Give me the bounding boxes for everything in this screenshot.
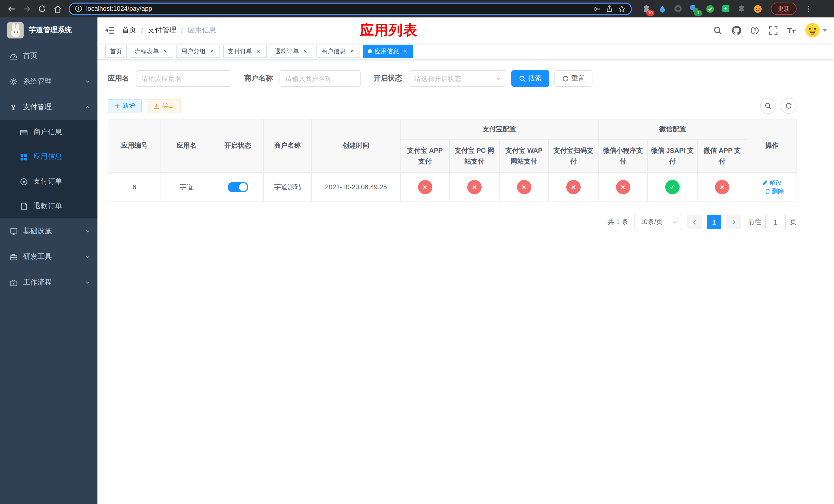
close-icon[interactable] [161,48,169,55]
table-toolbar: 新增 导出 [108,98,796,114]
jump-page-input[interactable] [765,214,786,230]
update-button[interactable]: 更新 [771,3,796,15]
add-button[interactable]: 新增 [108,99,141,113]
filter-form: 应用名 商户名称 开启状态 搜索 重置 [108,70,834,87]
app-name-input[interactable] [136,70,231,87]
close-icon[interactable] [208,48,215,55]
sidebar-item-refund-order[interactable]: 退款订单 [0,194,97,219]
reload-icon[interactable] [35,2,49,16]
extension-green-square-icon[interactable] [721,4,731,14]
sidebar-item-label: 首页 [23,51,38,61]
sidebar-item-merchant-info[interactable]: 商户信息 [0,120,97,144]
col-alipay-pc: 支付宝 PC 网站支付 [449,140,499,173]
reset-button[interactable]: 重置 [554,70,592,87]
edit-button[interactable]: 修改 [762,178,782,187]
close-icon[interactable] [302,48,309,55]
app-table: 应用编号 应用名 开启状态 商户名称 创建时间 支付宝配置 微信配置 操作 支付… [108,119,797,202]
back-icon[interactable] [4,2,19,16]
cell-app-id: 6 [108,173,161,201]
tab-user-group[interactable]: 用户分组 [176,45,220,58]
sidebar-item-infrastructure[interactable]: 基础设施 [0,219,97,244]
export-button[interactable]: 导出 [147,99,181,113]
sidebar-item-payment[interactable]: ¥ 支付管理 [0,94,97,120]
help-icon[interactable] [749,25,760,36]
tab-label: 首页 [110,47,122,55]
url-bar[interactable]: localhost:1024/pay/app [69,2,632,15]
alipay-wap-status-icon [517,180,531,194]
toggle-search-icon[interactable] [760,98,776,114]
site-info-icon[interactable] [75,5,82,12]
home-icon[interactable] [50,2,65,16]
app-logo-row[interactable]: 芋道管理系统 [0,18,97,43]
close-icon[interactable] [348,48,355,55]
extension-drop-icon[interactable] [657,4,667,14]
header-search-icon[interactable] [712,25,723,36]
tab-label: 支付订单 [228,47,253,55]
briefcase-icon [9,278,18,287]
bookmark-star-icon[interactable] [618,5,626,13]
next-page-button[interactable] [726,215,741,229]
browser-menu-icon[interactable]: ⋮ [802,2,816,16]
page-size-value[interactable] [635,214,682,230]
sidebar-item-dev-tools[interactable]: 研发工具 [0,244,97,270]
col-app-id: 应用编号 [108,119,161,173]
status-toggle[interactable] [227,182,248,192]
breadcrumb-payment[interactable]: 支付管理 [148,26,176,35]
page-title: 应用列表 [360,21,418,40]
sidebar-item-workflow[interactable]: 工作流程 [0,270,97,295]
password-key-icon[interactable] [593,5,601,13]
github-icon[interactable] [731,25,741,36]
col-created: 创建时间 [312,119,400,173]
tab-merchant-info[interactable]: 商户信息 [316,45,360,58]
refresh-icon[interactable] [781,98,796,114]
prev-page-button[interactable] [687,215,702,229]
delete-button[interactable]: 删除 [765,187,784,196]
app-name-label: 应用名 [108,74,129,83]
wechat-mini-status-icon [616,180,630,194]
merchant-name-input[interactable] [280,70,360,87]
close-icon[interactable] [402,48,409,55]
sidebar-item-label: 研发工具 [23,252,52,261]
navbar: 首页 / 支付管理 / 应用信息 应用列表 [97,18,834,43]
sidebar-item-label: 工作流程 [23,278,52,287]
forward-icon[interactable] [20,2,34,16]
sidebar-item-label: 支付订单 [33,177,62,186]
navbar-actions [712,23,834,38]
share-icon[interactable] [606,5,613,12]
search-button[interactable]: 搜索 [511,70,549,87]
breadcrumb-current: 应用信息 [188,26,216,35]
tab-refund-order[interactable]: 退款订单 [270,45,313,58]
tab-app-info[interactable]: 应用信息 [363,45,413,58]
sidebar-fold-icon[interactable] [97,18,122,43]
breadcrumb-home[interactable]: 首页 [122,26,136,35]
wechat-jsapi-status-icon [665,180,680,194]
tab-process-form[interactable]: 流程表单 [130,45,173,58]
sidebar-item-home[interactable]: 首页 [0,43,97,69]
extension-green-circle-icon[interactable] [705,4,715,14]
extension-translator-icon[interactable]: 1 [689,4,699,14]
status-select-input[interactable] [409,70,506,87]
user-avatar[interactable] [805,23,827,38]
page-number-1[interactable]: 1 [707,215,721,229]
tab-home[interactable]: 首页 [105,45,127,58]
jump-prefix-label: 前往 [748,217,761,227]
sidebar-item-system[interactable]: 系统管理 [0,69,97,94]
extension-circle-icon[interactable] [673,4,683,14]
monitor-icon [9,227,18,235]
font-size-icon[interactable] [786,25,796,36]
tab-label: 应用信息 [374,47,399,55]
extension-monkey-icon[interactable] [752,4,763,14]
extension-dark-puzzle-icon[interactable] [737,4,747,14]
page-size-select[interactable] [635,214,682,230]
extension-puzzle-icon[interactable]: 10 [641,4,652,14]
fullscreen-icon[interactable] [768,25,778,36]
close-icon[interactable] [255,48,262,55]
status-select[interactable] [409,70,506,87]
sidebar-item-app-info[interactable]: 应用信息 [0,144,97,169]
table-tools [760,98,796,114]
sidebar-item-pay-order[interactable]: 支付订单 [0,169,97,194]
active-dot-icon [368,49,372,53]
col-merchant: 商户名称 [263,119,312,173]
cell-actions: 修改 删除 [747,173,797,201]
tab-pay-order[interactable]: 支付订单 [223,45,267,58]
